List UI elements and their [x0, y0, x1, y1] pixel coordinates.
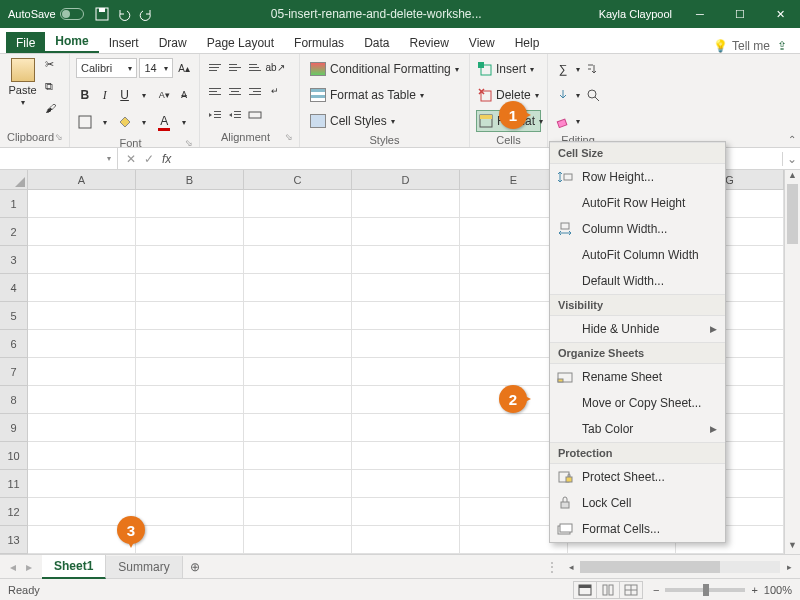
- row-header[interactable]: 3: [0, 246, 28, 274]
- scroll-down-icon[interactable]: ▼: [785, 540, 800, 554]
- row-header[interactable]: 9: [0, 414, 28, 442]
- sheet-tab-sheet1[interactable]: Sheet1: [42, 555, 106, 579]
- redo-icon[interactable]: [138, 6, 154, 22]
- scroll-up-icon[interactable]: ▲: [785, 170, 800, 184]
- col-header[interactable]: C: [244, 170, 352, 190]
- autosave-switch-icon[interactable]: [60, 8, 84, 20]
- menu-move-copy-sheet[interactable]: Move or Copy Sheet...: [550, 390, 725, 416]
- row-header[interactable]: 2: [0, 218, 28, 246]
- italic-button[interactable]: I: [96, 85, 114, 105]
- sort-filter-icon[interactable]: [584, 60, 602, 78]
- conditional-formatting-button[interactable]: Conditional Formatting▾: [306, 58, 463, 80]
- decrease-font-icon[interactable]: A▾: [155, 85, 173, 105]
- row-header[interactable]: 6: [0, 330, 28, 358]
- increase-font-icon[interactable]: A▴: [175, 58, 193, 78]
- collapse-ribbon-icon[interactable]: ⌃: [788, 134, 796, 145]
- tab-data[interactable]: Data: [354, 32, 399, 53]
- close-button[interactable]: ✕: [760, 0, 800, 28]
- normal-view-icon[interactable]: [573, 581, 597, 599]
- format-as-table-button[interactable]: Format as Table▾: [306, 84, 463, 106]
- format-painter-icon[interactable]: 🖌: [45, 102, 63, 120]
- cell-styles-button[interactable]: Cell Styles▾: [306, 110, 463, 132]
- tab-view[interactable]: View: [459, 32, 505, 53]
- sheet-nav-prev-icon[interactable]: ◂: [6, 560, 20, 574]
- row-header[interactable]: 12: [0, 498, 28, 526]
- bold-button[interactable]: B: [76, 85, 94, 105]
- sheet-nav-next-icon[interactable]: ▸: [22, 560, 36, 574]
- increase-indent-icon[interactable]: [226, 106, 244, 124]
- row-header[interactable]: 5: [0, 302, 28, 330]
- decrease-indent-icon[interactable]: [206, 106, 224, 124]
- tab-draw[interactable]: Draw: [149, 32, 197, 53]
- alignment-dialog-launcher[interactable]: ⬂: [285, 129, 293, 145]
- tab-help[interactable]: Help: [505, 32, 550, 53]
- col-header[interactable]: A: [28, 170, 136, 190]
- menu-row-height[interactable]: Row Height...: [550, 164, 725, 190]
- menu-column-width[interactable]: Column Width...: [550, 216, 725, 242]
- font-dialog-launcher[interactable]: ⬂: [185, 135, 193, 151]
- align-right-icon[interactable]: [246, 82, 264, 100]
- row-header[interactable]: 11: [0, 470, 28, 498]
- sheet-tab-summary[interactable]: Summary: [106, 556, 182, 578]
- row-header[interactable]: 10: [0, 442, 28, 470]
- hscroll-thumb[interactable]: [580, 561, 720, 573]
- save-icon[interactable]: [94, 6, 110, 22]
- font-size-select[interactable]: 14▾: [139, 58, 173, 78]
- minimize-button[interactable]: ─: [680, 0, 720, 28]
- scroll-left-icon[interactable]: ◂: [564, 562, 578, 572]
- clear-format-icon[interactable]: A̶: [175, 85, 193, 105]
- row-header[interactable]: 8: [0, 386, 28, 414]
- menu-hide-unhide[interactable]: Hide & Unhide▶: [550, 316, 725, 342]
- menu-autofit-row[interactable]: AutoFit Row Height: [550, 190, 725, 216]
- zoom-level[interactable]: 100%: [764, 584, 792, 596]
- cancel-formula-icon[interactable]: ✕: [126, 152, 136, 166]
- select-all-corner[interactable]: [0, 170, 28, 190]
- row-header[interactable]: 13: [0, 526, 28, 554]
- borders-button[interactable]: [76, 112, 94, 132]
- menu-format-cells[interactable]: Format Cells...: [550, 516, 725, 542]
- vertical-scrollbar[interactable]: ▲ ▼: [784, 170, 800, 554]
- user-name[interactable]: Kayla Claypool: [599, 8, 672, 20]
- scroll-thumb[interactable]: [787, 184, 798, 244]
- fx-icon[interactable]: fx: [162, 152, 171, 166]
- col-header[interactable]: D: [352, 170, 460, 190]
- tab-formulas[interactable]: Formulas: [284, 32, 354, 53]
- clear-icon[interactable]: [554, 112, 572, 130]
- wrap-text-icon[interactable]: ↵: [266, 82, 284, 100]
- cut-icon[interactable]: ✂: [45, 58, 63, 76]
- align-left-icon[interactable]: [206, 82, 224, 100]
- clipboard-dialog-launcher[interactable]: ⬂: [55, 129, 63, 145]
- menu-lock-cell[interactable]: Lock Cell: [550, 490, 725, 516]
- find-select-icon[interactable]: [584, 86, 602, 104]
- tell-me-search[interactable]: 💡 Tell me: [713, 39, 770, 53]
- cells-insert-button[interactable]: Insert▾: [476, 58, 541, 80]
- font-color-button[interactable]: A: [155, 112, 173, 132]
- menu-default-width[interactable]: Default Width...: [550, 268, 725, 294]
- font-name-select[interactable]: Calibri▾: [76, 58, 137, 78]
- align-top-icon[interactable]: [206, 58, 224, 76]
- maximize-button[interactable]: ☐: [720, 0, 760, 28]
- autosum-icon[interactable]: ∑: [554, 60, 572, 78]
- menu-tab-color[interactable]: Tab Color▶: [550, 416, 725, 442]
- row-header[interactable]: 1: [0, 190, 28, 218]
- menu-autofit-column[interactable]: AutoFit Column Width: [550, 242, 725, 268]
- menu-protect-sheet[interactable]: Protect Sheet...: [550, 464, 725, 490]
- horizontal-scrollbar[interactable]: ⋮ ◂ ▸: [207, 560, 800, 574]
- tab-home[interactable]: Home: [45, 30, 98, 53]
- align-middle-icon[interactable]: [226, 58, 244, 76]
- tab-page-layout[interactable]: Page Layout: [197, 32, 284, 53]
- underline-button[interactable]: U: [116, 85, 134, 105]
- fill-color-button[interactable]: [116, 112, 134, 132]
- zoom-in-button[interactable]: +: [751, 584, 757, 596]
- new-sheet-button[interactable]: ⊕: [183, 560, 207, 574]
- fill-icon[interactable]: [554, 86, 572, 104]
- copy-icon[interactable]: ⧉: [45, 80, 63, 98]
- expand-formula-bar-icon[interactable]: ⌄: [782, 152, 800, 166]
- align-center-icon[interactable]: [226, 82, 244, 100]
- undo-icon[interactable]: [116, 6, 132, 22]
- merge-center-icon[interactable]: [246, 106, 264, 124]
- autosave-toggle[interactable]: AutoSave: [8, 8, 84, 20]
- menu-rename-sheet[interactable]: Rename Sheet: [550, 364, 725, 390]
- scroll-right-icon[interactable]: ▸: [782, 562, 796, 572]
- page-break-view-icon[interactable]: [619, 581, 643, 599]
